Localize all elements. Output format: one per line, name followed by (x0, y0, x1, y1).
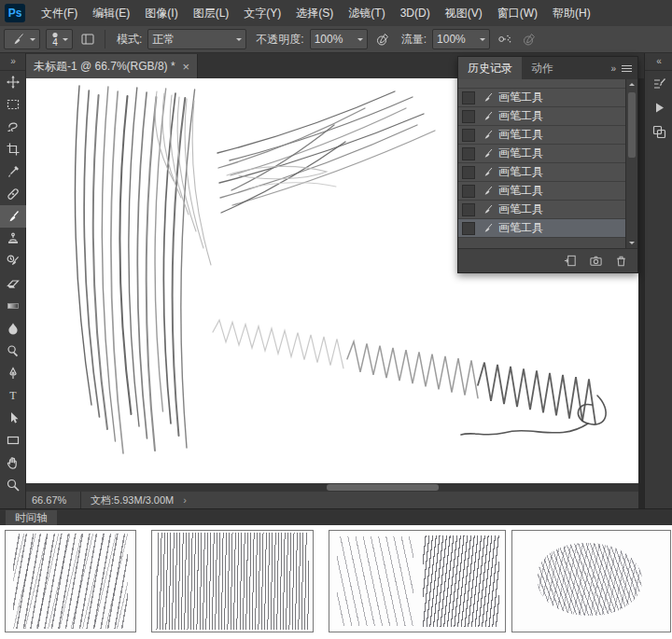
horizontal-scrollbar[interactable] (26, 483, 638, 492)
blend-mode-select[interactable]: 正常 (147, 29, 246, 49)
close-icon[interactable]: × (183, 60, 190, 74)
history-source-well[interactable] (462, 129, 475, 142)
history-source-well[interactable] (462, 110, 475, 123)
history-state-label: 画笔工具 (498, 90, 543, 105)
history-source-well[interactable] (462, 166, 475, 179)
pressure-size-icon[interactable] (520, 30, 539, 49)
tool-blur[interactable] (0, 317, 26, 340)
timeline-bar: 时间轴 (0, 508, 672, 526)
history-state-row[interactable]: 画笔工具 (458, 126, 626, 145)
actions-panel-icon[interactable] (645, 95, 672, 119)
menu-layer[interactable]: 图层(L) (187, 1, 236, 26)
new-snapshot-camera-icon[interactable] (589, 254, 603, 268)
tool-move[interactable] (0, 71, 26, 93)
scrollbar-thumb[interactable] (327, 484, 439, 491)
chevron-down-icon (63, 38, 68, 44)
history-source-well[interactable] (462, 185, 475, 198)
reference-strip (0, 525, 672, 639)
panel-collapse-icon[interactable]: » (610, 63, 615, 74)
menu-edit[interactable]: 编辑(E) (86, 1, 136, 26)
tool-hand[interactable] (0, 451, 26, 474)
new-document-from-state-icon[interactable] (564, 254, 578, 268)
status-chevron-icon[interactable]: › (183, 494, 187, 506)
opacity-select[interactable]: 100% (310, 29, 368, 49)
tool-options-bar: 4 模式: 正常 不透明度: 100% 流量: 100% (0, 26, 672, 53)
menu-view[interactable]: 视图(V) (439, 1, 489, 26)
reference-thumbnail-3[interactable] (329, 530, 506, 632)
dense-hatch-sample (423, 535, 500, 626)
tab-actions[interactable]: 动作 (522, 57, 563, 79)
tool-spot-healing-brush[interactable] (0, 183, 26, 205)
pencil-hatch-sample (13, 534, 128, 629)
panel-dock: « (644, 53, 672, 508)
delete-trash-icon[interactable] (614, 254, 628, 268)
scroll-up-icon[interactable] (626, 79, 637, 90)
menu-filter[interactable]: 滤镜(T) (342, 1, 391, 26)
history-state-row[interactable]: 画笔工具 (458, 163, 626, 182)
history-state-row-selected[interactable]: 画笔工具 (458, 219, 626, 238)
tool-history-brush[interactable] (0, 250, 26, 272)
history-source-well[interactable] (462, 222, 475, 235)
tool-type[interactable]: T (0, 384, 26, 407)
airbrush-icon[interactable] (496, 30, 514, 49)
tool-pen[interactable] (0, 362, 26, 384)
tool-rectangle[interactable] (0, 429, 26, 451)
history-source-well[interactable] (462, 91, 475, 104)
tool-clone-stamp[interactable] (0, 228, 26, 250)
menu-window[interactable]: 窗口(W) (491, 1, 544, 26)
svg-text:T: T (9, 389, 17, 402)
reference-thumbnail-1[interactable] (5, 530, 136, 632)
tool-dodge[interactable] (0, 340, 26, 362)
tab-history[interactable]: 历史记录 (458, 57, 522, 79)
reference-thumbnail-4[interactable] (511, 530, 671, 632)
brush-settings-panel-icon[interactable] (645, 71, 672, 95)
history-state-label: 画笔工具 (498, 108, 543, 124)
panel-menu-icon[interactable] (622, 65, 632, 72)
photoshop-logo: Ps (5, 4, 25, 22)
tool-brush[interactable] (0, 205, 26, 228)
tool-lasso[interactable] (0, 116, 26, 138)
tool-preset-picker[interactable] (4, 29, 40, 49)
brush-icon (482, 110, 494, 122)
history-state-row[interactable]: 画笔工具 (458, 89, 626, 107)
toolbar-collapse-icon[interactable]: » (0, 53, 25, 71)
tool-path-selection[interactable] (0, 407, 26, 429)
menu-image[interactable]: 图像(I) (138, 1, 184, 26)
chevron-down-icon (30, 38, 35, 44)
history-state-row[interactable]: 画笔工具 (458, 201, 626, 219)
document-size-info: 文档:5.93M/3.00M (91, 493, 174, 507)
clone-source-panel-icon[interactable] (645, 119, 672, 144)
history-state-row[interactable]: 画笔工具 (458, 145, 626, 163)
toggle-brush-panel-icon[interactable] (78, 30, 97, 49)
history-state-row[interactable]: 画笔工具 (458, 182, 626, 201)
menu-select[interactable]: 选择(S) (289, 1, 340, 26)
dock-expand-icon[interactable]: « (645, 53, 672, 71)
document-tab[interactable]: 未标题-1 @ 66.7%(RGB/8) * × (26, 54, 198, 78)
history-state-row[interactable]: 画笔工具 (458, 107, 626, 126)
tool-rectangular-marquee[interactable] (0, 93, 26, 116)
opacity-label: 不透明度: (256, 32, 303, 48)
history-scrollbar[interactable] (625, 79, 637, 248)
history-source-well[interactable] (462, 203, 475, 216)
flow-select[interactable]: 100% (432, 29, 490, 49)
history-source-well[interactable] (462, 147, 475, 160)
menu-3d[interactable]: 3D(D) (394, 1, 437, 26)
tool-eyedropper[interactable] (0, 160, 26, 183)
brush-icon (482, 166, 494, 178)
menu-help[interactable]: 帮助(H) (546, 1, 597, 26)
tool-zoom[interactable] (0, 474, 26, 496)
reference-thumbnail-2[interactable] (151, 530, 314, 632)
mode-label: 模式: (117, 32, 142, 48)
tab-timeline[interactable]: 时间轴 (6, 510, 57, 526)
brush-size-picker[interactable]: 4 (46, 29, 73, 49)
scroll-down-icon[interactable] (626, 238, 637, 248)
zoom-level-field[interactable]: 66.67% (26, 492, 81, 508)
tool-crop[interactable] (0, 138, 26, 160)
tool-eraser[interactable] (0, 272, 26, 295)
pressure-opacity-icon[interactable] (373, 30, 392, 49)
scrollbar-thumb[interactable] (628, 92, 636, 158)
menu-file[interactable]: 文件(F) (35, 1, 84, 26)
tool-gradient[interactable] (0, 295, 26, 317)
menu-type[interactable]: 文字(Y) (237, 1, 287, 26)
blend-mode-value: 正常 (152, 32, 175, 48)
